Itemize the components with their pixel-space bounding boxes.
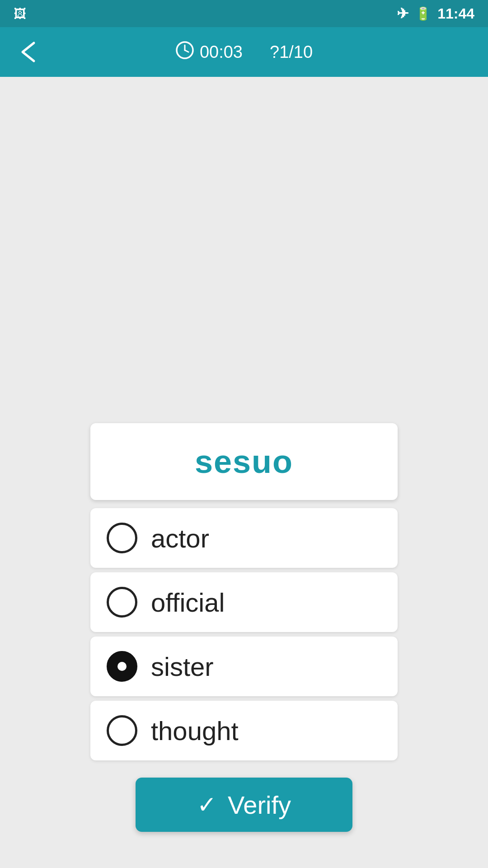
timer-value: 00:03 [200, 42, 243, 62]
radio-sister [107, 651, 137, 682]
word-card: sesuo [90, 423, 398, 500]
radio-actor [107, 523, 137, 553]
option-actor[interactable]: actor [90, 508, 398, 568]
option-thought[interactable]: thought [90, 701, 398, 760]
option-thought-label: thought [151, 716, 239, 746]
gallery-icon: 🖼 [14, 6, 26, 21]
status-bar-right: ✈ 🔋 11:44 [397, 5, 474, 22]
radio-thought [107, 715, 137, 746]
airplane-icon: ✈ [397, 5, 409, 22]
status-bar-left: 🖼 [14, 6, 26, 21]
radio-official [107, 587, 137, 618]
option-official-label: official [151, 587, 225, 618]
clock-time: 11:44 [437, 5, 474, 22]
back-button[interactable] [18, 41, 41, 63]
question-counter: ?1/10 [270, 42, 313, 62]
top-bar: 00:03 ?1/10 [0, 27, 488, 77]
top-bar-center: 00:03 ?1/10 [175, 41, 313, 64]
svg-line-2 [185, 50, 188, 52]
quiz-container: sesuo actor official sister thought ✓ Ve… [90, 423, 398, 832]
status-bar: 🖼 ✈ 🔋 11:44 [0, 0, 488, 27]
option-actor-label: actor [151, 523, 209, 553]
option-official[interactable]: official [90, 572, 398, 632]
verify-label: Verify [228, 790, 291, 820]
battery-icon: 🔋 [415, 6, 431, 21]
main-content: sesuo actor official sister thought ✓ Ve… [0, 77, 488, 868]
radio-sister-inner [117, 662, 127, 671]
verify-checkmark-icon: ✓ [197, 791, 217, 818]
timer-display: 00:03 [175, 41, 243, 64]
option-sister-label: sister [151, 651, 214, 682]
quiz-word: sesuo [195, 443, 293, 480]
question-counter-value: ?1/10 [270, 42, 313, 62]
option-sister[interactable]: sister [90, 637, 398, 696]
timer-icon [175, 41, 194, 64]
verify-button[interactable]: ✓ Verify [136, 778, 352, 832]
